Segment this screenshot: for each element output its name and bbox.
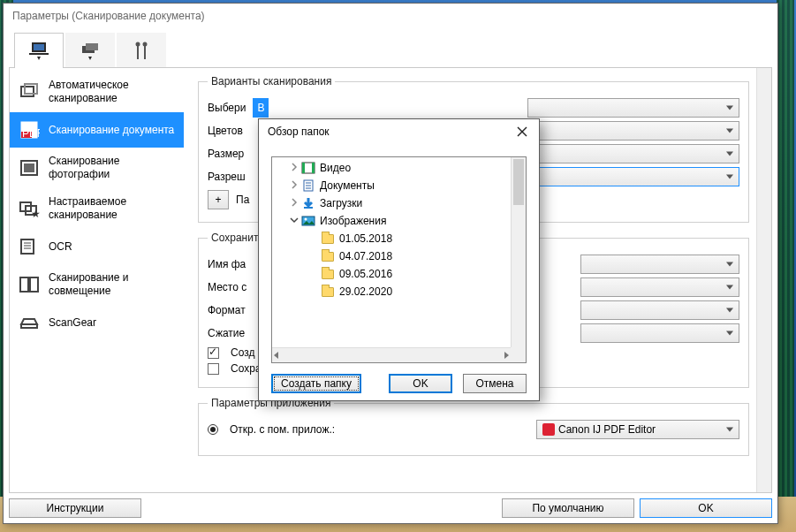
video-icon <box>300 162 316 174</box>
tree-node[interactable]: Документы <box>274 177 524 194</box>
photo-icon <box>19 157 40 179</box>
pdf-icon: PDF <box>19 119 40 141</box>
custom-scan-icon: ★ <box>19 198 40 219</box>
svg-rect-32 <box>312 163 315 173</box>
auto-scan-icon <box>19 81 40 103</box>
svg-marker-6 <box>88 57 92 60</box>
expander-icon[interactable] <box>288 197 300 209</box>
sidebar-item-label: OCR <box>49 240 72 254</box>
close-button[interactable] <box>511 123 534 141</box>
processing-label: Па <box>236 194 249 206</box>
browse-folders-dialog: Обзор папок ВидеоДокументыЗагрузкиИзобра… <box>258 118 540 401</box>
tree-node-label: Документы <box>320 179 375 192</box>
svg-rect-5 <box>86 43 98 50</box>
compress-combo[interactable] <box>580 323 739 343</box>
svg-rect-25 <box>20 277 28 292</box>
sidebar-item-label: Сканирование фотографии <box>49 155 177 181</box>
tree-node-label: 09.05.2016 <box>339 268 392 280</box>
laptop-icon <box>27 41 50 62</box>
folder-icon <box>320 252 336 262</box>
open-with-combo[interactable]: Canon IJ PDF Editor <box>536 420 739 439</box>
tab-general-settings[interactable] <box>117 33 166 68</box>
palm-decoration <box>777 0 794 532</box>
dialog-ok-button[interactable]: OK <box>389 374 452 393</box>
tree-node[interactable]: Изображения <box>274 212 524 230</box>
stitch-icon <box>19 274 40 295</box>
sidebar-item-label: ScanGear <box>49 316 96 330</box>
window-titlebar: Параметры (Сканирование документа) <box>4 4 777 27</box>
tree-horizontal-scrollbar[interactable] <box>272 347 511 362</box>
expander-icon[interactable] <box>288 215 300 227</box>
tab-scan-from-computer[interactable] <box>14 33 64 68</box>
defaults-button[interactable]: По умолчанию <box>502 498 634 518</box>
source-combo[interactable] <box>527 98 739 118</box>
expander-icon[interactable] <box>288 179 300 192</box>
color-mode-label: Цветов <box>208 125 243 137</box>
size-label: Размер <box>208 148 244 160</box>
resolution-combo[interactable] <box>527 167 739 186</box>
folder-icon <box>320 287 336 297</box>
open-with-radio[interactable] <box>208 424 218 435</box>
svg-point-10 <box>143 42 148 46</box>
expander-icon[interactable] <box>288 162 300 174</box>
sidebar-item-document[interactable]: PDF Сканирование документа <box>10 112 184 148</box>
dialog-cancel-button[interactable]: Отмена <box>463 374 527 393</box>
create-subfolder-checkbox[interactable] <box>208 347 219 359</box>
ok-button[interactable]: OK <box>640 498 772 518</box>
close-icon <box>517 126 527 137</box>
tree-node-label: 04.07.2018 <box>339 250 392 262</box>
tab-scan-from-panel[interactable] <box>65 33 115 68</box>
tree-vertical-scrollbar[interactable] <box>511 157 526 347</box>
location-combo[interactable] <box>580 277 739 297</box>
create-folder-button[interactable]: Создать папку <box>271 374 361 393</box>
filename-combo[interactable] <box>580 255 739 274</box>
folder-tree: ВидеоДокументыЗагрузкиИзображения01.05.2… <box>271 156 527 363</box>
tree-node[interactable]: 04.07.2018 <box>274 247 524 265</box>
compress-label: Сжатие <box>208 327 245 339</box>
tree-node-label: Видео <box>320 162 351 174</box>
folder-icon <box>320 234 336 244</box>
sidebar-item-ocr[interactable]: OCR <box>10 229 184 264</box>
instructions-button[interactable]: Инструкции <box>9 498 141 518</box>
format-label: Формат <box>208 304 246 316</box>
format-combo[interactable] <box>580 300 739 320</box>
color-mode-combo[interactable] <box>527 121 739 141</box>
sidebar-item-auto[interactable]: Автоматическое сканирование <box>10 72 184 112</box>
scan-type-sidebar: Автоматическое сканирование PDF Сканиров… <box>10 68 184 492</box>
tree-node[interactable]: Видео <box>274 159 524 177</box>
sidebar-item-custom[interactable]: ★ Настраиваемое сканирование <box>10 188 184 229</box>
tree-node[interactable]: Загрузки <box>274 194 524 212</box>
stack-icon <box>79 41 102 62</box>
down-icon <box>300 197 316 209</box>
tree-node[interactable]: 01.05.2018 <box>274 230 524 247</box>
svg-text:★: ★ <box>31 208 40 219</box>
svg-rect-26 <box>30 277 38 292</box>
tools-icon <box>130 41 153 62</box>
tree-node[interactable]: 29.02.2020 <box>274 283 524 300</box>
tree-node-label: 01.05.2018 <box>339 232 392 245</box>
svg-rect-27 <box>21 324 37 328</box>
tree-node-label: 29.02.2020 <box>339 285 392 298</box>
tree-node[interactable]: 09.05.2016 <box>274 265 524 283</box>
button-b[interactable]: В <box>253 98 269 118</box>
window-title: Параметры (Сканирование документа) <box>12 10 205 22</box>
app-options-group: Параметры приложения Откр. с пом. прилож… <box>198 397 749 456</box>
svg-point-39 <box>305 218 307 221</box>
date-subfolder-checkbox[interactable] <box>208 363 219 375</box>
sidebar-item-stitch[interactable]: Сканирование и совмещение <box>10 264 184 305</box>
content-scrollbar[interactable] <box>756 68 771 492</box>
location-label: Место с <box>208 281 246 293</box>
size-combo[interactable] <box>527 144 739 163</box>
pdf-app-icon <box>542 423 555 436</box>
svg-rect-1 <box>34 44 44 50</box>
svg-rect-12 <box>25 84 37 94</box>
create-subfolder-label: Созд <box>231 346 254 359</box>
open-with-value: Canon IJ PDF Editor <box>558 423 656 436</box>
svg-rect-2 <box>29 53 49 55</box>
sidebar-item-photo[interactable]: Сканирование фотографии <box>10 148 184 188</box>
scanner-icon <box>19 312 40 333</box>
sidebar-item-label: Сканирование и совмещение <box>49 271 177 298</box>
sidebar-item-scangear[interactable]: ScanGear <box>10 305 184 340</box>
svg-point-9 <box>136 42 140 46</box>
expand-button[interactable]: + <box>208 190 229 209</box>
